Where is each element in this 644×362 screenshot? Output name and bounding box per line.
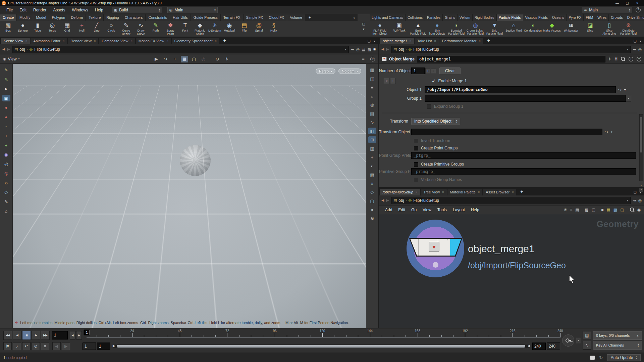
shelf-tool[interactable]: ◪ Slice	[581, 21, 600, 37]
display-options-icon[interactable]: ≡	[368, 84, 376, 91]
open-chooser-icon[interactable]: ↪	[605, 130, 608, 134]
display-box-icon[interactable]: ▢	[368, 197, 376, 204]
display-shade-icon[interactable]: ◍	[368, 101, 376, 108]
shelf-tool[interactable]: ✎ Curve Bezier	[119, 21, 133, 37]
remove-instance-button[interactable]: ×	[384, 78, 389, 84]
shelf-tool[interactable]: ╱ Line	[89, 21, 104, 37]
add-shelf-tab-button[interactable]: +	[305, 14, 314, 21]
menu-item[interactable]: Help	[468, 207, 482, 213]
play-backward-button[interactable]: ◀	[13, 331, 21, 340]
auto-key-icon[interactable]: ▤	[583, 331, 591, 340]
node-name-field[interactable]: object_merge1	[417, 56, 605, 62]
sticky-note-icon[interactable]: ▤	[606, 208, 610, 212]
radial-menu-icon[interactable]: ◎	[356, 47, 360, 52]
display-half-icon[interactable]: ◐	[368, 163, 376, 169]
close-button[interactable]: ×	[632, 1, 642, 5]
display-texture-icon[interactable]: ▨	[368, 171, 376, 178]
refresh-icon[interactable]: ↻	[599, 355, 603, 360]
close-tab-icon[interactable]: ×	[442, 190, 444, 194]
parameters-scrollbar[interactable]	[639, 114, 643, 181]
new-tab-button[interactable]: +	[484, 37, 493, 44]
close-tab-icon[interactable]: ×	[512, 190, 514, 194]
shelf-tab[interactable]: Crowds	[609, 14, 625, 21]
animation-curve-icon[interactable]: ∿	[583, 341, 591, 350]
list-icon[interactable]: ▤	[575, 208, 579, 212]
playback-range-start-field[interactable]	[97, 343, 110, 350]
shelf-tool[interactable]: ※ Distribute Particle Fluid	[619, 21, 638, 37]
sphere-geometry[interactable]	[180, 145, 211, 176]
shelf-tool[interactable]: ✎ Path	[148, 21, 163, 37]
grid-snap-icon[interactable]: ▩	[585, 208, 589, 212]
current-frame-field[interactable]	[52, 331, 68, 340]
pane-menu-icon[interactable]: ▾	[374, 39, 375, 43]
set-key-button[interactable]	[562, 334, 574, 347]
shelf-tab[interactable]: Create	[0, 14, 17, 21]
point-group-prefix-field[interactable]: _ptgrp_	[411, 152, 636, 159]
pane-tab[interactable]: Animation Editor ×	[31, 38, 67, 44]
close-tab-icon[interactable]: ×	[215, 39, 217, 43]
shelf-tab[interactable]: Rigid Bodies	[473, 14, 497, 21]
shelf-tab[interactable]: Lights and Cameras	[370, 14, 406, 21]
menu-item[interactable]: File	[3, 7, 16, 13]
number-of-objects-field[interactable]	[411, 67, 425, 74]
breadcrumb-node[interactable]: FlipFluidSetup	[34, 47, 60, 52]
shelf-tab[interactable]: Deform	[68, 14, 86, 21]
shelf-tab[interactable]: Oceans	[550, 14, 567, 21]
path-field[interactable]: ▤ obj › ◎ FlipFluidSetup ▾	[391, 46, 631, 53]
monitor-icon[interactable]: ▢	[362, 22, 365, 26]
close-tab-icon[interactable]: ×	[478, 190, 480, 194]
menu-item[interactable]: Layout	[450, 207, 468, 213]
shelf-tool[interactable]: ▧ Box	[1, 21, 15, 37]
shelf-tab[interactable]: Guide Process	[191, 14, 221, 21]
menu-item[interactable]: View	[420, 207, 434, 213]
shelf-tool[interactable]: ∿ Draw Curve	[133, 21, 148, 37]
select-tool-icon[interactable]: ▶	[153, 56, 160, 62]
shelf-tab[interactable]: Vellum	[458, 14, 473, 21]
select-node-icon[interactable]: +	[624, 87, 626, 92]
timeline-ruler[interactable]: 1 24487296120144168192216240	[87, 330, 560, 340]
go-to-start-button[interactable]: ◀◀	[3, 331, 12, 340]
invert-transform-checkbox[interactable]	[414, 139, 418, 143]
global-range-start-field[interactable]	[83, 343, 96, 350]
close-tab-icon[interactable]: ×	[410, 39, 411, 43]
shelf-tool[interactable]: ● Sink from Objects	[428, 21, 447, 37]
point-select-icon[interactable]: ●	[2, 104, 10, 111]
go-to-end-button[interactable]: ▶▶	[41, 331, 50, 340]
help-icon[interactable]: ?	[636, 7, 641, 12]
range-end-handle[interactable]: ◀	[527, 344, 530, 348]
shelf-tab[interactable]: Modify	[17, 14, 33, 21]
shelf-tool[interactable]: ▲ Emit Particle Fluid	[409, 21, 428, 37]
keys-info-button[interactable]: 0 keys, 0/0 channels ▲	[593, 331, 642, 340]
message-log-icon[interactable]	[590, 356, 595, 360]
create-primitive-groups-checkbox[interactable]	[414, 162, 418, 167]
auto-update-dropdown[interactable]: Auto Update ▴▾	[607, 354, 641, 361]
display-ghost-icon[interactable]: ◧	[368, 128, 376, 134]
step-back-button[interactable]: ◀	[70, 331, 75, 340]
shelf-tool[interactable]: ▣ FLIP Tank	[389, 21, 409, 37]
shelf-tab[interactable]: Collisions	[406, 14, 425, 21]
decr[interactable]: −	[431, 68, 436, 74]
object-merge-node[interactable]: ▼	[408, 238, 464, 257]
secure-selection-lock-icon[interactable]: ▣	[2, 95, 10, 101]
dots-grid-icon[interactable]: ▢	[592, 208, 595, 212]
viewport-help-icon[interactable]: ?	[370, 57, 375, 61]
box-zoom-icon[interactable]: ▢	[190, 56, 198, 62]
background-image-icon[interactable]: ▩	[613, 208, 617, 212]
viewport-3d[interactable]: ✎✎►▣●●◦+●◉◎◎☼◇✎⌂ ▦◫≡☼◍▤∿◧⊞▥+◐▨#◇▢●≋ Pers…	[0, 64, 378, 328]
search-icon[interactable]	[621, 57, 625, 61]
network-canvas[interactable]: Geometry ▼ object_merge1 /obj/Import/Fli…	[379, 214, 644, 328]
shelf-tab[interactable]: Viscous Fluids	[523, 14, 550, 21]
close-tab-icon[interactable]: ×	[479, 39, 480, 43]
light-tool-icon[interactable]: ☼	[2, 179, 10, 186]
menu-item[interactable]: Edit	[16, 7, 30, 13]
chevron-down-icon[interactable]: ▾	[363, 27, 364, 31]
view-mode-dropdown[interactable]: ◉ View ▾	[3, 57, 19, 61]
create-point-groups-checkbox[interactable]	[414, 146, 418, 150]
camera-dropdown[interactable]: No cam ▾	[338, 69, 361, 74]
shelf-tool[interactable]: ≋ Whitewater	[561, 21, 581, 37]
forward-icon[interactable]: ▶	[7, 47, 10, 51]
breakpoint-select-icon[interactable]: ◦	[2, 123, 10, 130]
houdini-ops-icon[interactable]: H	[614, 57, 618, 61]
back-icon[interactable]: ◀	[2, 47, 5, 51]
shelf-tool[interactable]: ○ Circle	[104, 21, 119, 37]
